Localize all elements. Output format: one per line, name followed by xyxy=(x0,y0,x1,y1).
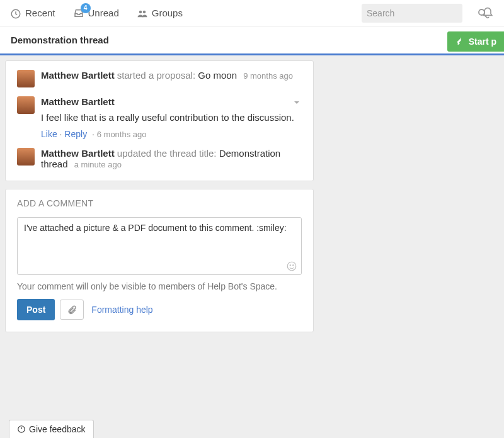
search-box[interactable] xyxy=(362,4,462,23)
author-name[interactable]: Matthew Bartlett xyxy=(41,70,115,81)
reply-link[interactable]: Reply xyxy=(64,129,87,139)
add-comment-card: ADD A COMMENT Your comment will only be … xyxy=(5,189,314,332)
activity-action: started a proposal: xyxy=(117,70,195,81)
nav-unread[interactable]: 4 Unread xyxy=(73,7,119,19)
search-input[interactable] xyxy=(367,8,477,18)
nav-recent-label: Recent xyxy=(25,8,55,18)
chevron-down-icon[interactable] xyxy=(292,96,302,106)
svg-point-6 xyxy=(293,265,294,266)
author-name[interactable]: Matthew Bartlett xyxy=(41,96,115,107)
visibility-note: Your comment will only be visible to mem… xyxy=(17,281,302,291)
start-proposal-button[interactable]: Start p xyxy=(447,31,504,52)
activity-meta: 6 months ago xyxy=(97,130,147,139)
svg-point-4 xyxy=(287,262,296,271)
thread-title: Demonstration thread xyxy=(11,35,109,45)
add-comment-label: ADD A COMMENT xyxy=(17,198,302,208)
avatar[interactable] xyxy=(17,148,35,166)
activity-subject[interactable]: Go moon xyxy=(198,70,237,81)
users-icon xyxy=(137,8,148,19)
feedback-button[interactable]: Give feedback xyxy=(9,420,94,438)
paperclip-icon xyxy=(67,304,77,314)
top-nav: Recent 4 Unread Groups xyxy=(0,0,504,26)
svg-point-1 xyxy=(139,10,142,13)
unread-badge: 4 xyxy=(81,3,91,13)
attach-button[interactable] xyxy=(60,300,84,319)
svg-point-2 xyxy=(142,10,146,13)
activity-item: Matthew Bartlett updated the thread titl… xyxy=(17,148,302,169)
activity-meta: a minute ago xyxy=(74,160,122,169)
nav-groups[interactable]: Groups xyxy=(137,8,183,19)
nav-recent[interactable]: Recent xyxy=(10,8,55,19)
avatar[interactable] xyxy=(17,96,35,114)
activity-item: Matthew Bartlett I feel like that is a r… xyxy=(17,96,302,139)
comment-textarea[interactable] xyxy=(24,223,295,261)
thread-header: Demonstration thread xyxy=(0,26,504,55)
activity-feed: Matthew Bartlett started a proposal: Go … xyxy=(5,60,314,181)
svg-point-5 xyxy=(290,265,290,266)
start-proposal-label: Start p xyxy=(469,36,496,47)
feedback-label: Give feedback xyxy=(29,424,86,434)
activity-action: updated the thread title: xyxy=(117,148,217,159)
activity-item: Matthew Bartlett started a proposal: Go … xyxy=(17,70,302,87)
clock-icon xyxy=(10,8,21,19)
author-name[interactable]: Matthew Bartlett xyxy=(41,148,115,159)
comment-body: I feel like that is a really useful cont… xyxy=(41,111,302,124)
smiley-icon[interactable] xyxy=(286,261,297,272)
nav-groups-label: Groups xyxy=(152,8,183,18)
nav-unread-label: Unread xyxy=(88,8,119,18)
post-button[interactable]: Post xyxy=(17,299,55,320)
like-link[interactable]: Like xyxy=(41,129,57,139)
bell-icon[interactable] xyxy=(481,7,494,20)
activity-meta: 9 months ago xyxy=(243,71,293,81)
avatar[interactable] xyxy=(17,70,35,87)
formatting-help-link[interactable]: Formatting help xyxy=(91,305,152,315)
comment-textarea-wrap xyxy=(17,217,302,275)
